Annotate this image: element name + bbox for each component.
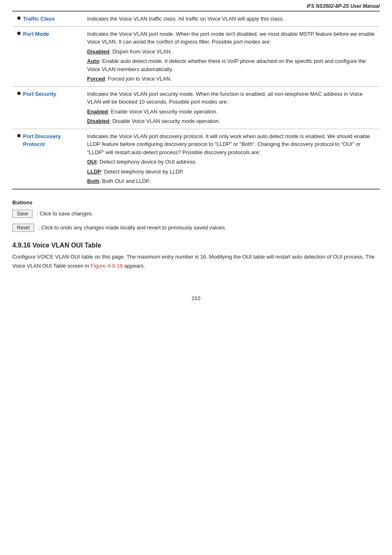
term-paragraph: Disabled: Disable Voice VLAN security mo… — [87, 117, 375, 125]
chapter-description: Configure VOICE VLAN OUI table on this p… — [12, 252, 380, 271]
chapter-desc-text: Configure VOICE VLAN OUI table on this p… — [12, 254, 375, 269]
page-number: 210 — [0, 295, 392, 301]
bullet-label: Port Security — [17, 90, 77, 98]
header-title: IFS NS3502-8P-2S User Manual — [307, 3, 380, 9]
term-bold: Enabled — [87, 109, 108, 115]
row-label-cell: Port Security — [12, 86, 82, 129]
row-label-text: Port Security — [23, 90, 56, 98]
row-desc-cell: Indicates the Voice VLAN port mode. When… — [82, 26, 380, 86]
table-row: Port SecurityIndicates the Voice VLAN po… — [12, 86, 380, 129]
term-bold: Disabled — [87, 118, 109, 124]
row-label-text: Port DiscoveryProtocol — [23, 132, 61, 148]
bullet-label: Port Mode — [17, 30, 77, 38]
term-paragraph: Enabled: Enable Voice VLAN security mode… — [87, 108, 375, 116]
bullet-icon — [17, 32, 21, 35]
chapter-name: Voice VLAN OUI Table — [32, 242, 101, 249]
buttons-section-title: Buttons — [12, 199, 380, 206]
term-bold: LLDP — [87, 169, 101, 175]
row-label-cell: Traffic Class — [12, 11, 82, 26]
bullet-icon — [17, 16, 21, 20]
term-bold: OUI — [87, 159, 97, 165]
row-label-cell: Port DiscoveryProtocol — [12, 129, 82, 189]
term-bold: Disabled — [87, 49, 109, 55]
table-row: Port DiscoveryProtocolIndicates the Voic… — [12, 129, 380, 189]
bullet-label: Port DiscoveryProtocol — [17, 132, 77, 148]
term-paragraph: Both: Both OUI and LLDP. — [87, 177, 375, 185]
desc-paragraph: Indicates the Voice VLAN port mode. When… — [87, 30, 375, 46]
row-label-cell: Port Mode — [12, 26, 82, 86]
reset-button-row: Reset : Click to undo any changes made l… — [12, 224, 380, 232]
bullet-label: Traffic Class — [17, 15, 77, 23]
term-paragraph: OUI: Detect telephony device by OUI addr… — [87, 158, 375, 166]
chapter-number: 4.9.16 — [12, 242, 30, 249]
main-content: Traffic ClassIndicates the Voice VLAN tr… — [0, 11, 392, 283]
chapter-desc-end: appears. — [124, 263, 145, 269]
row-label-text: Port Mode — [23, 30, 49, 38]
term-paragraph: Auto: Enable auto detect mode. It detect… — [87, 57, 375, 73]
chapter-title: 4.9.16 Voice VLAN OUI Table — [12, 242, 380, 249]
table-row: Traffic ClassIndicates the Voice VLAN tr… — [12, 11, 380, 26]
desc-paragraph: Indicates the Voice VLAN port security m… — [87, 90, 375, 106]
term-paragraph: Forced: Forced join to Voice VLAN. — [87, 75, 375, 83]
bullet-icon — [17, 134, 21, 137]
bullet-icon — [17, 92, 21, 95]
desc-paragraph: Indicates the Voice VLAN traffic class. … — [87, 15, 375, 23]
save-button-row: Save : Click to save changes. — [12, 210, 380, 218]
save-description: : Click to save changes. — [37, 210, 93, 217]
term-bold: Auto — [87, 58, 99, 64]
row-label-text: Traffic Class — [23, 15, 55, 23]
row-desc-cell: Indicates the Voice VLAN port discovery … — [82, 129, 380, 189]
table-row: Port ModeIndicates the Voice VLAN port m… — [12, 26, 380, 86]
term-paragraph: LLDP: Detect telephony device by LLDP. — [87, 168, 375, 176]
chapter-link[interactable]: Figure 4-9-19 — [91, 263, 123, 269]
term-bold: Forced — [87, 76, 105, 82]
reset-description: : Click to undo any changes made locally… — [38, 224, 226, 231]
reset-button[interactable]: Reset — [12, 224, 34, 232]
row-desc-cell: Indicates the Voice VLAN port security m… — [82, 86, 380, 129]
info-table: Traffic ClassIndicates the Voice VLAN tr… — [12, 11, 380, 190]
page-header: IFS NS3502-8P-2S User Manual — [0, 0, 392, 11]
term-bold: Both — [87, 178, 99, 184]
term-paragraph: Disabled: Disjoin from Voice VLAN. — [87, 48, 375, 56]
desc-paragraph: Indicates the Voice VLAN port discovery … — [87, 132, 375, 157]
row-desc-cell: Indicates the Voice VLAN traffic class. … — [82, 11, 380, 26]
save-button[interactable]: Save — [12, 210, 32, 218]
